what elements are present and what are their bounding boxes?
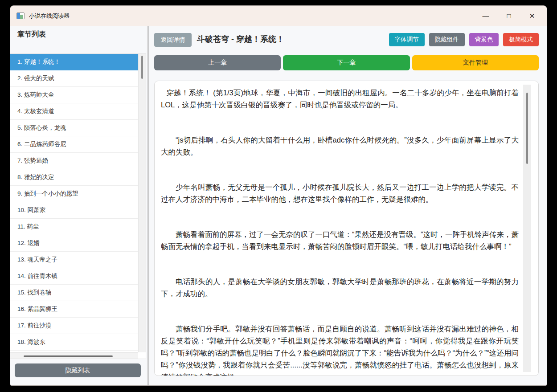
screen: 小说在线阅读器 — □ ✕ 章节列表 1. 穿越！系统！2. 强大的天赋3. 炼… [0, 0, 557, 392]
chapter-item[interactable]: 7. 强势逼婚 [10, 153, 138, 169]
window-body: 章节列表 1. 穿越！系统！2. 强大的天赋3. 炼药师大全4. 太极玄清道5.… [10, 26, 547, 385]
font-adjust-button[interactable]: 字体调节 [389, 33, 425, 46]
hide-list-button[interactable]: 隐藏列表 [15, 363, 141, 377]
minimize-button[interactable]: — [480, 10, 491, 22]
novel-paragraph: 穿越！系统！ (第1/3页)地球，华夏，中海市，一间破旧的出租屋内。一名二十多岁… [161, 87, 519, 111]
hide-widgets-button[interactable]: 隐藏组件 [429, 33, 465, 46]
window-title: 小说在线阅读器 [29, 12, 70, 20]
reader-vertical-scrollbar-thumb[interactable] [526, 93, 528, 164]
novel-paragraph: 萧畅我们分手吧。郭敏并没有回答萧畅话，而是自顾自的说道。萧畅听到这话并没有漏出难… [161, 323, 519, 376]
chapter-item[interactable]: 2. 强大的天赋 [10, 70, 138, 87]
chapter-item[interactable]: 3. 炼药师大全 [10, 87, 138, 103]
maximize-button[interactable]: □ [503, 10, 515, 22]
novel-paragraph: 少年名叫萧畅，无父无母是一个孤儿，小时候在孤儿院长大，然后又一边打工一边上学的把… [161, 181, 519, 205]
window-controls: — □ ✕ [480, 10, 541, 22]
next-chapter-button[interactable]: 下一章 [283, 55, 410, 70]
chapter-item[interactable]: 6. 二品炼药师谷尼 [10, 136, 138, 153]
chapter-rows: 1. 穿越！系统！2. 强大的天赋3. 炼药师大全4. 太极玄清道5. 陨落心炎… [10, 54, 138, 352]
chapter-list-horizontal-scrollbar[interactable] [10, 352, 138, 359]
header-actions: 字体调节隐藏组件背景色极简模式 [389, 33, 539, 46]
novel-paragraph: 萧畅看着面前的屏幕，过了一会无奈的叹了一口气道：“果然还是没有晋级。”这时，一阵… [161, 229, 519, 253]
reader-vertical-scrollbar[interactable] [523, 85, 531, 372]
chapter-item[interactable]: 16. 紫晶翼狮王 [10, 301, 138, 318]
chapter-item[interactable]: 11. 药尘 [10, 219, 138, 235]
reader-area[interactable]: 穿越！系统！ (第1/3页)地球，华夏，中海市，一间破旧的出租屋内。一名二十多岁… [154, 81, 539, 376]
panel-splitter[interactable] [146, 26, 150, 385]
novel-paragraph: 电话那头的人，是萧畅在大学谈的女朋友郭敏，郭敏大学时是萧畅那班的班花，在萧畅将近… [161, 276, 519, 300]
previous-chapter-button[interactable]: 上一章 [154, 55, 281, 70]
chapter-item[interactable]: 17. 前往沙漠 [10, 318, 138, 334]
chapter-item[interactable]: 12. 退婚 [10, 235, 138, 252]
chapter-item[interactable]: 14. 前往青木镇 [10, 268, 138, 285]
chapter-item[interactable]: 18. 海波东 [10, 334, 138, 351]
chapter-nav: 上一章 下一章 文件管理 [154, 55, 539, 70]
chapter-item[interactable]: 4. 太极玄清道 [10, 103, 138, 120]
chapter-item[interactable]: 5. 陨落心炎，龙魂 [10, 120, 138, 136]
close-button[interactable]: ✕ [526, 10, 538, 22]
chapter-sidebar: 章节列表 1. 穿越！系统！2. 强大的天赋3. 炼药师大全4. 太极玄清道5.… [10, 26, 146, 385]
background-color-button[interactable]: 背景色 [469, 33, 499, 46]
titlebar[interactable]: 小说在线阅读器 — □ ✕ [10, 6, 547, 26]
reader-content: 穿越！系统！ (第1/3页)地球，华夏，中海市，一间破旧的出租屋内。一名二十多岁… [155, 81, 519, 376]
file-manager-button[interactable]: 文件管理 [412, 55, 539, 70]
chapter-item[interactable]: 1. 穿越！系统！ [10, 54, 138, 70]
chapter-item[interactable]: 8. 雅妃的决定 [10, 169, 138, 186]
chapter-list-vertical-scrollbar[interactable] [138, 54, 146, 352]
chapter-item[interactable]: 15. 找到卷轴 [10, 285, 138, 301]
chapter-list: 1. 穿越！系统！2. 强大的天赋3. 炼药师大全4. 太极玄清道5. 陨落心炎… [10, 53, 146, 359]
chapter-list-horizontal-scrollbar-thumb[interactable] [24, 355, 113, 357]
app-icon [16, 12, 25, 19]
novel-paragraph: “js切后排啊，石头人你的大留着干什么用，卧槽adc你什么时候死的。”没多久，少… [161, 134, 519, 158]
back-to-details-button[interactable]: 返回详情 [154, 33, 192, 47]
chapter-item[interactable]: 10. 回萧家 [10, 202, 138, 219]
chapter-item[interactable]: 13. 魂天帝之子 [10, 252, 138, 268]
reader-panel: 返回详情 斗破苍穹 - 穿越！系统！ 字体调节隐藏组件背景色极简模式 上一章 下… [150, 26, 547, 385]
book-chapter-title: 斗破苍穹 - 穿越！系统！ [197, 34, 284, 45]
chapter-item[interactable]: 9. 抽到一个小小的愿望 [10, 186, 138, 202]
chapter-list-vertical-scrollbar-thumb[interactable] [141, 56, 143, 79]
app-window: 小说在线阅读器 — □ ✕ 章节列表 1. 穿越！系统！2. 强大的天赋3. 炼… [10, 5, 547, 386]
minimal-mode-button[interactable]: 极简模式 [503, 33, 539, 46]
chapter-list-heading: 章节列表 [17, 30, 46, 39]
